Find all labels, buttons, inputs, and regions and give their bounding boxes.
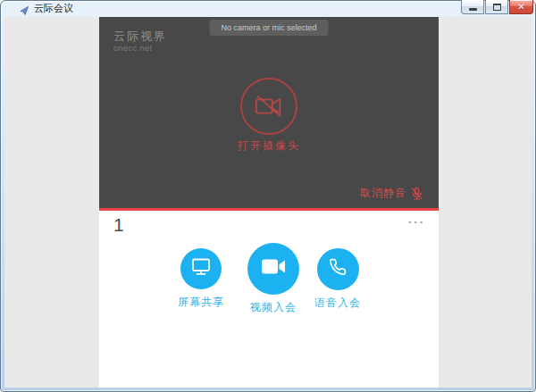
mic-muted-icon (410, 187, 423, 201)
right-filler-panel (440, 17, 532, 388)
unmute-button[interactable]: 取消静音 (360, 186, 423, 201)
screen-share-icon (190, 256, 212, 277)
minimize-icon (469, 8, 477, 11)
close-icon: ✕ (517, 1, 524, 13)
open-camera-label[interactable]: 打开摄像头 (238, 138, 300, 154)
participant-count: 1 (113, 214, 124, 236)
phone-icon (329, 258, 347, 276)
maximize-button[interactable] (485, 0, 508, 14)
video-camera-icon (261, 258, 286, 275)
app-main-column: No camera or mic selected 云际视界 onecc.net… (99, 17, 439, 388)
more-menu-button[interactable]: ··· (408, 215, 425, 229)
camera-off-icon (252, 89, 286, 123)
open-camera-button[interactable] (240, 78, 297, 135)
screen-share-label: 屏幕共享 (161, 295, 241, 310)
app-icon (19, 4, 29, 14)
meeting-panel: 1 ··· 屏幕共享 (99, 211, 439, 388)
unmute-label: 取消静音 (360, 186, 406, 201)
title-bar[interactable]: 云际会议 ✕ (1, 1, 535, 16)
device-status-toast: No camera or mic selected (209, 20, 328, 36)
voice-join-label: 语音入会 (297, 296, 378, 311)
camera-off-block: 打开摄像头 (238, 78, 300, 154)
window-title: 云际会议 (34, 2, 73, 15)
brand-watermark: 云际视界 onecc.net (113, 29, 167, 53)
video-preview-area: No camera or mic selected 云际视界 onecc.net… (99, 17, 439, 208)
window-content: No camera or mic selected 云际视界 onecc.net… (4, 17, 532, 388)
app-window: 云际会议 ✕ No camera or mic selected 云际视界 on… (0, 0, 536, 392)
maximize-icon (493, 4, 501, 11)
voice-join-button[interactable]: 语音入会 (297, 248, 378, 311)
brand-name: 云际视界 (113, 29, 167, 45)
left-filler-panel (4, 17, 99, 388)
screen-share-button[interactable]: 屏幕共享 (161, 248, 241, 310)
brand-domain: onecc.net (113, 44, 167, 53)
window-controls: ✕ (461, 0, 533, 14)
minimize-button[interactable] (461, 0, 484, 14)
close-button[interactable]: ✕ (509, 0, 533, 14)
